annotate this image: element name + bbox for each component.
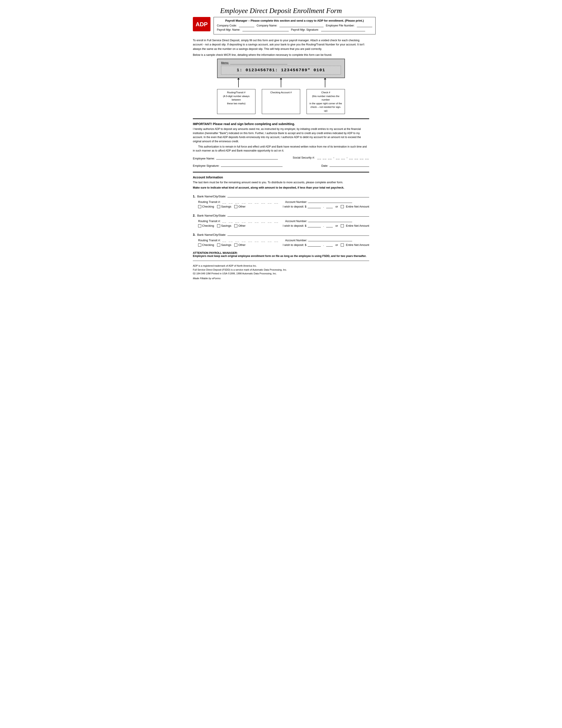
account-2-other-item[interactable]: Other xyxy=(234,224,246,227)
date-field: Date: xyxy=(321,163,369,167)
account-2-savings-checkbox[interactable] xyxy=(217,224,220,227)
account-3-checkbox-group: Checking Savings Other xyxy=(198,243,246,247)
ssn-format[interactable]: __ __ __ - __ __ - __ __ __ __ xyxy=(316,156,369,159)
company-code-field[interactable] xyxy=(239,24,254,27)
date-label: Date: xyxy=(321,164,328,167)
account-2-deposit-amount-input[interactable] xyxy=(308,224,321,227)
account-2-checking-item[interactable]: Checking xyxy=(198,224,214,227)
payroll-mgr-sig-field[interactable] xyxy=(321,28,365,31)
account-3-or-label: or xyxy=(335,243,338,247)
footer-line3: 02-184-049 10M Printed in USA ©1999, 199… xyxy=(193,272,369,276)
account-1-checking-item[interactable]: Checking xyxy=(198,205,214,208)
account-1-bank-label: Bank Name/City/State: xyxy=(197,195,226,198)
checknum-label-box: Check #(this number matches the numberin… xyxy=(306,89,345,114)
account-1-other-item[interactable]: Other xyxy=(234,205,246,208)
account-1-savings-checkbox[interactable] xyxy=(217,205,220,208)
account-2-bank-row: 2. Bank Name/City/State: xyxy=(193,213,369,217)
account-2-bank-input[interactable] xyxy=(228,213,369,217)
header-bold-line: Payroll Manager – Please complete this s… xyxy=(217,19,372,22)
header-fields-row1: Company Code: Company Name: Employee Fil… xyxy=(217,24,372,27)
account-1-bank-input[interactable] xyxy=(228,194,369,197)
account-3-deposit-cents-input[interactable] xyxy=(326,243,333,247)
checking-label-text: Checking Account # xyxy=(270,91,291,94)
routing-label-box: Routing/Transit #(A 9-digit number alway… xyxy=(217,89,256,114)
account-3-acctnum-part: Account Number: xyxy=(285,238,369,242)
account-1-deposit-amount-input[interactable] xyxy=(308,205,321,208)
employee-file-field[interactable] xyxy=(357,24,372,27)
payroll-mgr-field[interactable] xyxy=(243,28,289,31)
account-1-or-label: or xyxy=(335,205,338,208)
footer-line2: Full Service Direct Deposit (FSDD) is a … xyxy=(193,268,369,272)
account-3-deposit-field: I wish to deposit: $ . or Entire Net Amo… xyxy=(283,243,369,247)
account-2-routing-input[interactable]: __ __ __ __ __ __ __ __ __ xyxy=(222,219,279,223)
account-3-savings-item[interactable]: Savings xyxy=(217,243,231,247)
account-2-deposit-cents-input[interactable] xyxy=(326,224,333,227)
account-2-acctnum-input[interactable] xyxy=(308,219,352,222)
account-2-bank-label: Bank Name/City/State: xyxy=(197,214,226,217)
employee-name-field: Employee Name: xyxy=(193,156,278,160)
employee-sig-field: Employee Signature: xyxy=(193,163,282,167)
account-2-deposit-label: I wish to deposit: $ xyxy=(283,224,306,227)
account-2-savings-item[interactable]: Savings xyxy=(217,224,231,227)
account-3-routing-input[interactable]: __ __ __ __ __ __ __ __ __ xyxy=(222,239,279,242)
account-1-acctnum-input[interactable] xyxy=(308,199,352,203)
account-3-other-checkbox[interactable] xyxy=(234,243,238,247)
account-3-routing-row: Routing Transit #: __ __ __ __ __ __ __ … xyxy=(198,238,369,242)
account-2-deposit-field: I wish to deposit: $ . or Entire Net Amo… xyxy=(283,224,369,227)
company-name-field[interactable] xyxy=(280,24,323,27)
account-2-checking-checkbox[interactable] xyxy=(198,224,201,227)
account-3-acctnum-input[interactable] xyxy=(308,238,352,241)
micr-line: 1: 0123456781: 123456789" 0101 xyxy=(221,66,341,75)
account-3-entire-net-label: Entire Net Amount xyxy=(346,243,369,247)
account-3-bank-input[interactable] xyxy=(228,232,369,236)
check-diagram: Memo 1: 0123456781: 123456789" 0101 Ro xyxy=(217,59,345,114)
account-2-or-label: or xyxy=(335,224,338,227)
account-2-acctnum-part: Account Number: xyxy=(285,219,369,223)
account-3-checking-checkbox[interactable] xyxy=(198,243,201,247)
account-row-3: 3. Bank Name/City/State: Routing Transit… xyxy=(193,232,369,247)
diagram-label-boxes: Routing/Transit #(A 9-digit number alway… xyxy=(217,89,345,114)
section-divider-1 xyxy=(193,118,369,119)
account-1-checking-checkbox[interactable] xyxy=(198,205,201,208)
account-2-entire-net-checkbox[interactable] xyxy=(341,224,344,227)
intro-para2: Below is a sample check MICR line, detai… xyxy=(193,53,369,56)
footer-divider xyxy=(193,261,369,261)
adp-logo: ADP xyxy=(193,17,211,31)
employee-sig-input[interactable] xyxy=(221,163,282,167)
account-3-routing-label: Routing Transit #: xyxy=(198,239,222,242)
account-1-deposit-cents-input[interactable] xyxy=(326,205,333,208)
ssn-label: Social Security #: xyxy=(293,156,315,159)
attention-body: Employers must keep each original employ… xyxy=(193,255,369,258)
account-row-2: 2. Bank Name/City/State: Routing Transit… xyxy=(193,213,369,227)
account-1-acctnum-part: Account Number: xyxy=(285,199,369,204)
account-3-savings-checkbox[interactable] xyxy=(217,243,220,247)
account-3-entire-net-checkbox[interactable] xyxy=(341,243,344,247)
account-3-acctnum-label: Account Number: xyxy=(285,239,307,242)
account-3-other-label: Other xyxy=(238,243,246,247)
employee-file-label: Employee File Number: xyxy=(326,24,354,27)
account-3-checking-item[interactable]: Checking xyxy=(198,243,214,247)
account-1-other-checkbox[interactable] xyxy=(234,205,238,208)
account-2-savings-label: Savings xyxy=(221,224,231,227)
account-1-deposit-field: I wish to deposit: $ . or Entire Net Amo… xyxy=(283,205,369,208)
account-2-routing-part: Routing Transit #: __ __ __ __ __ __ __ … xyxy=(198,219,279,223)
account-2-other-checkbox[interactable] xyxy=(234,224,238,227)
account-1-savings-item[interactable]: Savings xyxy=(217,205,231,208)
account-1-other-label: Other xyxy=(238,205,246,208)
account-3-bank-label: Bank Name/City/State: xyxy=(197,233,226,236)
employee-name-input[interactable] xyxy=(216,156,278,159)
account-2-other-label: Other xyxy=(238,224,246,227)
account-3-other-item[interactable]: Other xyxy=(234,243,246,247)
account-2-routing-label: Routing Transit #: xyxy=(198,219,222,223)
check-memo: Memo xyxy=(221,61,341,64)
account-3-deposit-amount-input[interactable] xyxy=(308,243,321,247)
account-2-checkbox-group: Checking Savings Other xyxy=(198,224,246,227)
date-input[interactable] xyxy=(329,163,369,167)
account-1-routing-input[interactable]: __ __ __ __ __ __ __ __ __ xyxy=(222,200,279,204)
svg-marker-5 xyxy=(280,78,282,79)
section-divider-2 xyxy=(193,172,369,172)
account-1-entire-net-checkbox[interactable] xyxy=(341,205,344,208)
account-1-savings-label: Savings xyxy=(221,205,231,208)
account-1-bank-row: 1. Bank Name/City/State: xyxy=(193,194,369,198)
account-1-checkbox-row: Checking Savings Other I wish to deposit… xyxy=(198,205,369,208)
